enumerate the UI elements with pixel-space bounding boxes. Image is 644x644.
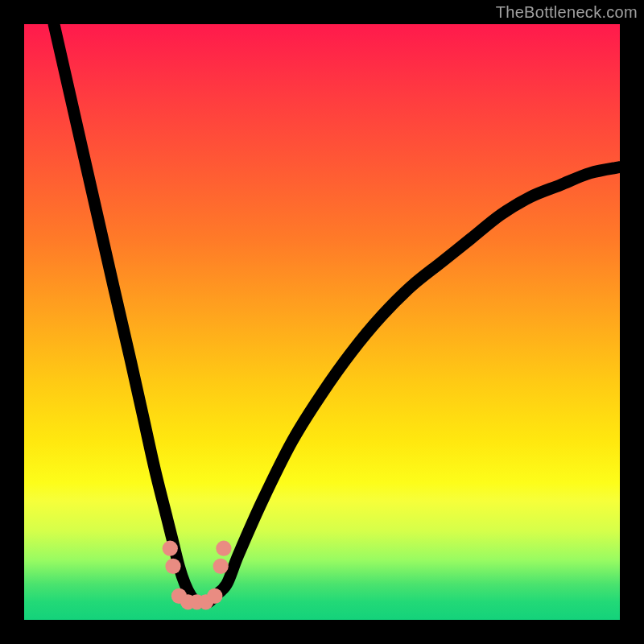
chart-frame: TheBottleneck.com	[0, 0, 644, 644]
curve-marker	[213, 559, 229, 574]
curve-marker	[163, 541, 178, 556]
bottleneck-curve	[54, 24, 620, 602]
curve-markers	[163, 541, 232, 610]
curve-marker	[165, 559, 180, 574]
curve-marker	[207, 588, 222, 604]
chart-svg	[24, 24, 620, 620]
curve-marker	[216, 541, 231, 556]
plot-area	[24, 24, 620, 620]
watermark-text: TheBottleneck.com	[496, 3, 638, 22]
